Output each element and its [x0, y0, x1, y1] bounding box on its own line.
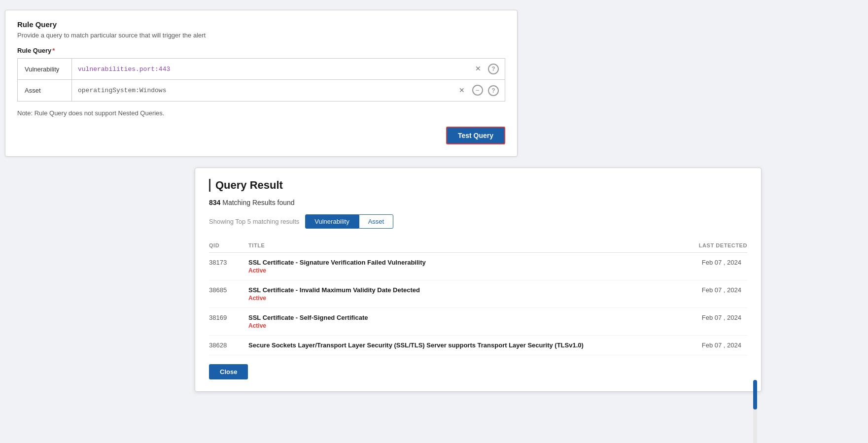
- status-badge: Active: [248, 267, 679, 274]
- asset-minus-icon[interactable]: −: [472, 85, 483, 96]
- asset-actions: ✕ − ?: [352, 80, 505, 102]
- cell-title: SSL Certificate - Self-Signed Certificat…: [248, 308, 685, 336]
- cell-last-detected: Feb 07 , 2024: [685, 280, 747, 308]
- close-button[interactable]: Close: [209, 364, 248, 379]
- asset-label: Asset: [18, 80, 72, 102]
- cell-qid: 38169: [209, 308, 248, 336]
- showing-label: Showing Top 5 matching results: [209, 218, 299, 225]
- tab-asset[interactable]: Asset: [359, 214, 394, 229]
- table-row: 38169SSL Certificate - Self-Signed Certi…: [209, 308, 747, 336]
- table-row: 38173SSL Certificate - Signature Verific…: [209, 253, 747, 280]
- status-badge: Active: [248, 295, 679, 302]
- rule-query-subtitle: Provide a query to match particular sour…: [17, 32, 505, 39]
- vulnerability-label: Vulnerability: [18, 59, 72, 80]
- cell-last-detected: Feb 07 , 2024: [685, 308, 747, 336]
- rule-query-note: Note: Rule Query does not support Nested…: [17, 109, 505, 117]
- tabs-row: Showing Top 5 matching results Vulnerabi…: [209, 214, 747, 229]
- cell-qid: 38173: [209, 253, 248, 280]
- asset-clear-icon[interactable]: ✕: [457, 85, 467, 95]
- query-result-panel: Query Result 834 Matching Results found …: [195, 168, 762, 392]
- scrollbar-track[interactable]: [753, 380, 757, 443]
- results-table: QID TITLE LAST DETECTED 38173SSL Certifi…: [209, 239, 747, 355]
- cell-title: SSL Certificate - Signature Verification…: [248, 253, 685, 280]
- rule-query-table: Vulnerability vulnerabilities.port:443 ✕…: [17, 58, 505, 102]
- cell-qid: 38628: [209, 336, 248, 355]
- rule-query-field-label: Rule Query*: [17, 47, 505, 54]
- table-row: 38628Secure Sockets Layer/Transport Laye…: [209, 336, 747, 355]
- cell-title: Secure Sockets Layer/Transport Layer Sec…: [248, 336, 685, 355]
- asset-value[interactable]: operatingSystem:Windows: [72, 80, 352, 102]
- status-badge: Active: [248, 322, 679, 329]
- panel-footer: Test Query: [17, 127, 505, 144]
- asset-row: Asset operatingSystem:Windows ✕ − ?: [18, 80, 505, 102]
- query-result-title: Query Result: [209, 179, 747, 192]
- tab-vulnerability[interactable]: Vulnerability: [305, 214, 358, 229]
- cell-title: SSL Certificate - Invalid Maximum Validi…: [248, 280, 685, 308]
- vulnerability-help-icon[interactable]: ?: [488, 64, 499, 74]
- vulnerability-actions: ✕ ?: [352, 59, 505, 80]
- cell-last-detected: Feb 07 , 2024: [685, 253, 747, 280]
- rule-query-title: Rule Query: [17, 20, 505, 29]
- vulnerability-row: Vulnerability vulnerabilities.port:443 ✕…: [18, 59, 505, 80]
- asset-help-icon[interactable]: ?: [488, 85, 499, 96]
- test-query-button[interactable]: Test Query: [446, 127, 505, 144]
- vulnerability-clear-icon[interactable]: ✕: [473, 64, 483, 73]
- cell-qid: 38685: [209, 280, 248, 308]
- cell-last-detected: Feb 07 , 2024: [685, 336, 747, 355]
- col-qid: QID: [209, 239, 248, 253]
- col-title: TITLE: [248, 239, 685, 253]
- rule-query-panel: Rule Query Provide a query to match part…: [5, 10, 518, 157]
- result-count: 834 Matching Results found: [209, 199, 747, 206]
- scrollbar-thumb[interactable]: [753, 380, 757, 409]
- vulnerability-value[interactable]: vulnerabilities.port:443: [72, 59, 352, 80]
- col-last-detected: LAST DETECTED: [685, 239, 747, 253]
- table-row: 38685SSL Certificate - Invalid Maximum V…: [209, 280, 747, 308]
